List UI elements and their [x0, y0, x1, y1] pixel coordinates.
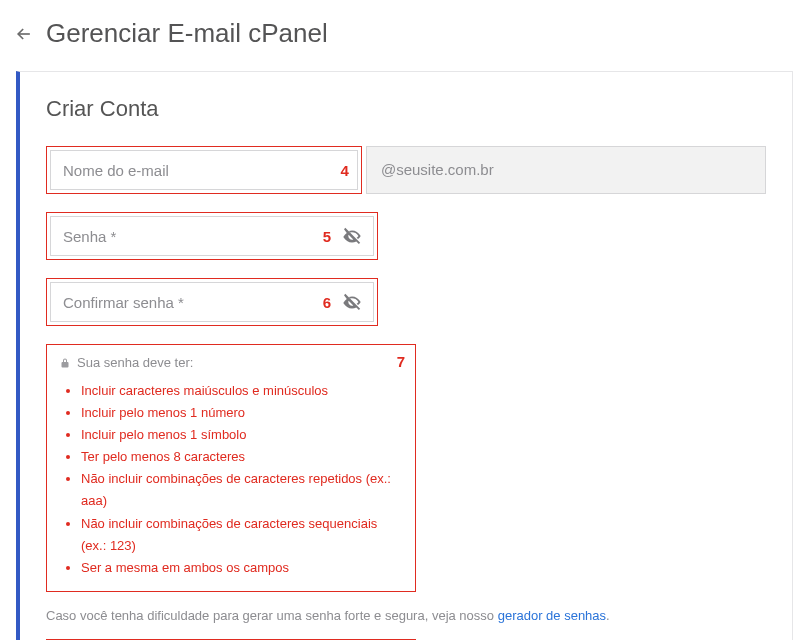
rule-item: Ter pelo menos 8 caracteres — [81, 446, 403, 468]
email-domain-display: @seusite.com.br — [366, 146, 766, 194]
rule-item: Não incluir combinações de caracteres se… — [81, 513, 403, 557]
email-name-field: 4 — [46, 146, 362, 194]
password-rules: 7 Sua senha deve ter: Incluir caracteres… — [46, 344, 416, 592]
rules-list: Incluir caracteres maiúsculos e minúscul… — [59, 380, 403, 579]
page-title: Gerenciar E-mail cPanel — [46, 18, 328, 49]
hint-text-after: . — [606, 608, 610, 623]
annotation-number: 5 — [323, 228, 331, 245]
password-field: 5 — [46, 212, 378, 260]
lock-icon — [59, 357, 71, 369]
rule-item: Incluir caracteres maiúsculos e minúscul… — [81, 380, 403, 402]
back-arrow-icon[interactable] — [14, 24, 34, 44]
rule-item: Incluir pelo menos 1 símbolo — [81, 424, 403, 446]
annotation-number: 7 — [397, 353, 405, 370]
visibility-off-icon[interactable] — [341, 225, 363, 247]
password-hint: Caso você tenha dificuldade para gerar u… — [46, 608, 766, 623]
visibility-off-icon[interactable] — [341, 291, 363, 313]
panel-title: Criar Conta — [46, 96, 766, 122]
rules-heading: Sua senha deve ter: — [77, 355, 193, 370]
hint-text: Caso você tenha dificuldade para gerar u… — [46, 608, 498, 623]
confirm-password-field: 6 — [46, 278, 378, 326]
annotation-number: 4 — [341, 162, 349, 179]
annotation-number: 6 — [323, 294, 331, 311]
rule-item: Não incluir combinações de caracteres re… — [81, 468, 403, 512]
rule-item: Incluir pelo menos 1 número — [81, 402, 403, 424]
email-name-input[interactable] — [50, 150, 358, 190]
password-generator-link[interactable]: gerador de senhas — [498, 608, 606, 623]
rule-item: Ser a mesma em ambos os campos — [81, 557, 403, 579]
